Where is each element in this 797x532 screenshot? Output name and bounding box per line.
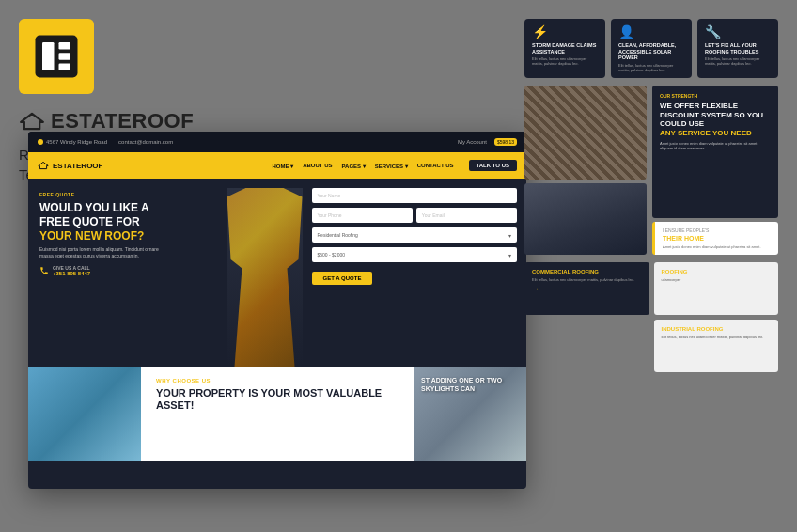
nav-logo: ESTATEROOF [38,161,102,170]
hero-left: FREE QUOTE WOULD YOU LIKE A FREE QUOTE F… [28,179,303,367]
ensure-desc: Amet justo donec enim diam vulputate ut … [663,244,771,249]
commercial-desc: Elit tellus, luctus nec ullamcorper matt… [532,277,642,282]
nav-pages[interactable]: PAGES ▾ [342,163,366,169]
form-service-select[interactable]: Residential Roofing ▾ [312,227,518,243]
hero-desc: Euismod nisi porta lorem mollis aliquam.… [39,246,171,259]
tools-icon: 🔧 [705,24,771,39]
commercial-arrow-icon: → [532,285,642,293]
why-choose-label: WHY CHOOSE US [156,378,398,383]
ensure-label: I ENSURE PEOPLE'S [663,227,771,233]
form-row-phone-email: Your Phone Your Email [312,208,518,223]
middle-content: OUR STRENGTH WE OFFER FLEXIBLE DISCOUNT … [524,86,778,255]
yellow-text-block: OUR STRENGTH WE OFFER FLEXIBLE DISCOUNT … [652,86,778,217]
svg-marker-5 [21,114,43,129]
bottom-right-text: ST ADDING ONE OR TWO SKYLIGHTS CAN [414,367,526,402]
select-arrow-icon: ▾ [508,232,511,239]
photo-grid-left [524,86,647,255]
bottom-main-title: YOUR PROPERTY IS YOUR MOST VALUABLE ASSE… [156,387,398,412]
service-desc-3: Elit tellus, luctus nec ullamcorper matt… [705,56,771,66]
roofing-pattern [524,86,647,180]
service-card-2: 👤 CLEAN, AFFORDABLE, ACCESSIBLE SOLAR PO… [611,19,692,78]
their-home-accent: THEIR HOME [663,235,704,242]
nav-services[interactable]: SERVICES ▾ [375,163,408,169]
svg-rect-2 [59,42,71,50]
service-desc-2: Elit tellus, luctus nec ullamcorper matt… [618,63,684,72]
site-hero: FREE QUOTE WOULD YOU LIKE A FREE QUOTE F… [28,179,526,367]
service-title-2: CLEAN, AFFORDABLE, ACCESSIBLE SOLAR POWE… [618,42,684,61]
svg-rect-0 [36,36,78,78]
yellow-panel-title: WE OFFER FLEXIBLE DISCOUNT SYSTEM SO YOU… [660,102,771,137]
hero-title-accent: YOUR NEW ROOF? [39,229,144,243]
bottom-cards-row: COMMERCIAL ROOFING Elit tellus, luctus n… [524,262,778,372]
service-card-3: 🔧 LET'S FIX ALL YOUR ROOFING TROUBLES El… [697,19,778,78]
email-text: contact@domain.com [118,139,173,145]
phone-number: +351 895 8447 [53,271,90,276]
commercial-roofing-card: COMMERCIAL ROOFING Elit tellus, luctus n… [524,262,649,315]
nav-items: HOME ▾ ABOUT US PAGES ▾ SERVICES ▾ CONTA… [273,163,454,169]
form-budget-select[interactable]: $500 - $2000 ▾ [312,247,518,262]
service-desc-1: Elit tellus, luctus nec ullamcorper matt… [532,56,598,66]
brand-logo-row: ESTATEROOF [19,109,263,133]
nav-brand-name: ESTATEROOF [53,162,102,170]
storm-icon: ⚡ [532,24,598,39]
solar-icon: 👤 [618,24,684,39]
site-bottom-strip: WHY CHOOSE US YOUR PROPERTY IS YOUR MOST… [28,367,526,461]
bottom-center-text: WHY CHOOSE US YOUR PROPERTY IS YOUR MOST… [141,367,414,461]
topbar-right: My Account $598.13 [458,138,517,146]
form-name-field[interactable]: Your Name [312,188,518,203]
our-strength-label: OUR STRENGTH [660,93,771,99]
main-preview: 4567 Windy Ridge Road contact@domain.com… [28,132,526,489]
svg-rect-4 [59,64,71,71]
elementor-badge [19,19,94,94]
brand-name: ESTATEROOF [51,109,194,133]
service-card-1: ⚡ STORM DAMAGE CLAIMS ASSISTANCE Elit te… [524,19,605,78]
yellow-panel-desc: Amet justo donec enim diam vulputate ut … [660,141,771,151]
nav-about[interactable]: ABOUT US [303,163,332,169]
site-nav: ESTATEROOF HOME ▾ ABOUT US PAGES ▾ SERVI… [28,152,526,179]
ensure-block: I ENSURE PEOPLE'S THEIR HOME Amet justo … [652,222,778,256]
industrial-roofing-card: INDUSTRIAL ROOFING Elit tellus, luctus n… [654,320,779,372]
hero-form-section: Your Name Your Phone Your Email Resident… [303,179,527,367]
location-icon [38,139,43,145]
commercial-title: COMMERCIAL ROOFING [532,269,642,274]
right-text-panel: OUR STRENGTH WE OFFER FLEXIBLE DISCOUNT … [652,86,778,255]
roofing-card: ROOFING ullamcorper [654,262,779,315]
svg-marker-6 [39,162,48,168]
svg-rect-1 [42,42,55,70]
brand-logo-icon: ESTATEROOF [19,109,194,133]
nav-home[interactable]: HOME ▾ [273,163,294,169]
roofing-desc: ullamcorper [662,277,772,282]
nav-cta-button[interactable]: TALK TO US [469,160,517,171]
worker-photo-bg [524,183,647,255]
cart-badge: $598.13 [494,138,517,146]
bottom-left-photo [28,367,141,461]
service-title-3: LET'S FIX ALL YOUR ROOFING TROUBLES [705,42,771,55]
topbar-address: 4567 Windy Ridge Road [38,139,107,145]
form-phone-field[interactable]: Your Phone [312,208,413,223]
any-service-text: ANY SERVICE YOU NEED [660,129,752,137]
industrial-desc: Elit tellus, luctus nec ullamcorper matt… [662,335,772,339]
roofing-photo-top [524,86,647,180]
ensure-title: THEIR HOME [663,235,771,243]
roofing-title: ROOFING [662,269,772,274]
form-email-field[interactable]: Your Email [416,208,517,223]
bottom-right-photo: ST ADDING ONE OR TWO SKYLIGHTS CAN [414,367,526,461]
worker-photo-bottom [524,183,647,255]
form-submit-button[interactable]: GET A QUOTE [312,272,373,285]
worker-silhouette [227,188,303,367]
services-row: ⚡ STORM DAMAGE CLAIMS ASSISTANCE Elit te… [524,19,778,78]
address-text: 4567 Windy Ridge Road [46,139,107,145]
industrial-title: INDUSTRIAL ROOFING [662,326,772,332]
right-panel: ⚡ STORM DAMAGE CLAIMS ASSISTANCE Elit te… [524,19,778,508]
account-text: My Account [458,139,487,145]
hero-worker-image [227,188,303,367]
site-topbar: 4567 Windy Ridge Road contact@domain.com… [28,132,526,152]
nav-contact[interactable]: CONTACT US [417,163,454,169]
svg-rect-3 [59,53,71,60]
select-arrow-icon-2: ▾ [508,252,511,258]
service-title-1: STORM DAMAGE CLAIMS ASSISTANCE [532,42,598,55]
